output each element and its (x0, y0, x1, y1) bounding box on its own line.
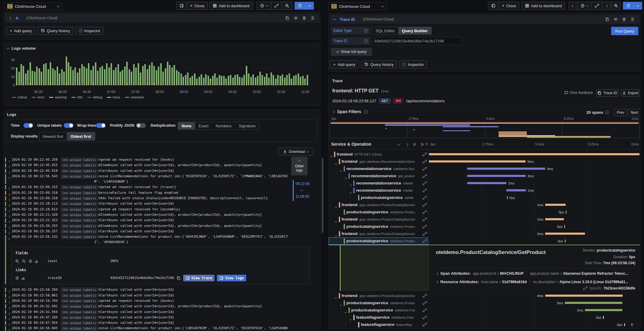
span-name-cell[interactable]: frontendgrpc.oteldemo.ProductCatalogServ… (329, 230, 428, 237)
resource-attributes-row[interactable]: Resource Attributes: host.name = 51d7989… (436, 280, 637, 284)
older-logs-button[interactable]: Olderlogs (291, 157, 308, 175)
zoom-out-button[interactable] (282, 2, 292, 9)
span-duration-bar[interactable] (467, 168, 545, 170)
legend-item-info[interactable]: info (71, 95, 83, 99)
span-name-cell[interactable]: productcatalogserviceoteldemo.Produc (329, 223, 428, 230)
span-link-icon[interactable] (423, 188, 427, 193)
time-forward-button[interactable] (602, 2, 611, 9)
span-name-cell[interactable]: frontendHTTP GET (11ms) (329, 151, 428, 158)
collapse-all-icon[interactable] (411, 141, 418, 148)
give-feedback-link[interactable]: Give feedback (564, 91, 593, 95)
span-row-productcatalogservice[interactable]: productcatalogserviceoteldemo.Produc0μs (329, 237, 640, 245)
legend-item-critical[interactable]: critical (12, 95, 27, 99)
duplicate-query-icon[interactable] (605, 17, 609, 21)
span-duration-bar[interactable] (565, 240, 566, 243)
download-button[interactable]: Download (278, 148, 314, 156)
run-refresh-button[interactable] (623, 2, 642, 10)
add-query-button[interactable]: +Add query (6, 27, 35, 35)
span-link-icon[interactable] (423, 159, 427, 164)
drag-handle-icon[interactable] (630, 17, 635, 21)
span-link-icon[interactable] (423, 217, 427, 221)
prettify-json-toggle[interactable] (136, 123, 146, 128)
span-name-cell[interactable]: recommendationserviceget_produc (329, 172, 428, 180)
span-link-icon[interactable] (423, 210, 427, 214)
span-link-icon[interactable] (423, 308, 427, 312)
query-row-header[interactable]: Trace ID (ClickHouse Cloud) (330, 15, 639, 24)
span-row-recommendationservice[interactable]: recommendationservice/otelde2ms (329, 180, 640, 187)
log-row[interactable]: 2024-02-19 09:24:47.954(no unique labels… (5, 320, 307, 326)
copy-icon[interactable] (177, 276, 181, 280)
delete-query-icon[interactable] (622, 17, 626, 21)
dedup-none[interactable]: None (178, 122, 195, 129)
prev-button[interactable]: Prev (614, 109, 627, 116)
legend-item-warning[interactable]: warning (49, 95, 67, 99)
add-to-dashboard-button[interactable]: Add to dashboard (209, 2, 253, 10)
log-row[interactable]: 2024-02-19 09:23:39.255(no unique labels… (5, 223, 307, 229)
span-row-productcatalogservice[interactable]: productcatalogserviceotelde0μs (329, 194, 640, 201)
inspector-button[interactable]: iInspector (399, 60, 427, 68)
span-name-cell[interactable]: recommendationservice/otelde (329, 187, 428, 194)
span-link-icon[interactable] (423, 203, 427, 207)
visibility-icon[interactable] (15, 276, 19, 280)
span-row-productcatalogservice[interactable]: productcatalogserviceoteldemo.Produc3ms (329, 299, 640, 307)
log-row[interactable]: 2024-02-19 09:23:09.315(no unique labels… (5, 184, 307, 190)
span-duration-bar[interactable] (565, 302, 622, 304)
span-duration-bar[interactable] (429, 160, 526, 162)
legend-item-trace[interactable]: trace (107, 95, 120, 99)
expand-all-icon[interactable] (419, 141, 426, 148)
add-to-dashboard-button[interactable]: Add to dashboard (522, 2, 565, 10)
info-icon[interactable]: i (364, 29, 368, 33)
order-newest-first[interactable]: Newest first (39, 132, 67, 140)
drag-handle-icon[interactable] (311, 16, 315, 20)
span-duration-bar[interactable] (545, 295, 623, 297)
log-row[interactable]: 2024-02-19 09:22:45.258(no unique labels… (5, 157, 307, 162)
column-divider[interactable] (428, 150, 429, 329)
span-duration-bar[interactable] (566, 211, 567, 214)
time-back-button[interactable] (569, 2, 577, 9)
span-attributes-row[interactable]: Span Attributes: app.product.id = 66VCHS… (436, 271, 637, 276)
span-duration-bar[interactable] (545, 218, 564, 220)
zoom-out-button[interactable] (611, 2, 621, 10)
query-builder-option[interactable]: Query Builder (398, 27, 431, 34)
span-duration-bar[interactable] (429, 153, 639, 155)
next-button[interactable]: Next (628, 109, 640, 116)
dedup-signature[interactable]: Signature (235, 122, 259, 129)
span-filters[interactable]: Span Filters i (332, 109, 368, 114)
span-name-cell[interactable]: frontendgrpc.oteldemo.ProductCatalogServ… (329, 216, 428, 223)
span-duration-bar[interactable] (507, 196, 508, 199)
span-row-productcatalogservice[interactable]: productcatalogserviceoteldemo.Produc0μs (329, 209, 640, 216)
close-pane-button[interactable]: ×Close (499, 2, 519, 9)
log-row[interactable]: 2024-02-19 09:24:56.045(no unique labels… (5, 326, 307, 331)
span-link-icon[interactable] (423, 196, 427, 200)
query-history-button[interactable]: Query history (361, 60, 397, 68)
span-duration-bar[interactable] (545, 233, 585, 235)
log-row[interactable]: 2024-02-19 09:23:39.257(no unique labels… (5, 229, 307, 234)
span-duration-bar[interactable] (545, 204, 566, 206)
close-pane-button[interactable]: ×Close (187, 2, 207, 9)
visibility-icon[interactable] (28, 259, 33, 263)
span-name-cell[interactable]: recommendationservice/otelde (329, 180, 428, 187)
log-row[interactable]: 2024-02-19 09:23:56.132(no unique labels… (5, 234, 307, 285)
log-row[interactable]: 2024-02-19 09:22:45.915(no unique labels… (5, 162, 307, 168)
span-duration-bar[interactable] (564, 225, 565, 228)
share-link-button[interactable] (592, 2, 602, 9)
span-duration-bar[interactable] (624, 323, 625, 326)
log-row[interactable]: 2024-02-19 09:24:47.166(no unique labels… (5, 315, 307, 320)
run-refresh-button[interactable] (295, 2, 314, 10)
logs-volume-header[interactable]: Logs volume (7, 46, 36, 51)
query-history-button[interactable]: Query history (38, 27, 73, 35)
toggle-visibility-icon[interactable] (614, 17, 618, 21)
span-name-cell[interactable]: featureflagservice/oteldemo.Feat (329, 314, 428, 321)
log-row[interactable]: 2024-02-19 09:23:18.113(no unique labels… (5, 201, 307, 206)
order-oldest-first[interactable]: Oldest first (67, 132, 95, 140)
span-link-icon[interactable] (423, 315, 427, 320)
datasource-picker[interactable]: ClickHouse Cloud (328, 2, 387, 10)
run-query-button[interactable]: Run Query (611, 27, 638, 35)
log-row[interactable]: 2024-02-19 09:23:58.394(no unique labels… (5, 287, 307, 292)
scroll-to-top-button[interactable] (629, 322, 635, 328)
dedup-numbers[interactable]: Numbers (212, 122, 235, 129)
span-name-cell[interactable]: productcatalogserviceotelde (329, 194, 428, 201)
time-range-button[interactable] (257, 2, 271, 9)
unique-labels-toggle[interactable] (64, 123, 73, 128)
span-row-productcatalogservice[interactable]: productcatalogserviceoteldemo.Produc0μs (329, 223, 640, 230)
